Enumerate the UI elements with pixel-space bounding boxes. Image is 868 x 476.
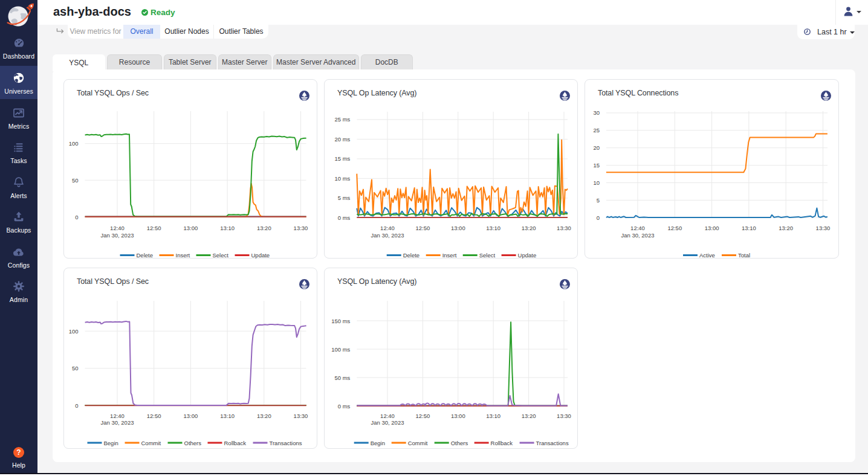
svg-text:13:30: 13:30 (816, 225, 831, 231)
svg-text:0: 0 (75, 214, 78, 220)
svg-text:Active: Active (699, 252, 715, 259)
svg-text:150 ms: 150 ms (331, 318, 350, 324)
svg-text:Commit: Commit (141, 440, 161, 446)
svg-text:Select: Select (479, 252, 496, 259)
svg-text:Insert: Insert (176, 252, 190, 259)
svg-text:50: 50 (72, 177, 79, 184)
svg-text:13:30: 13:30 (294, 225, 308, 231)
svg-text:13:10: 13:10 (220, 413, 235, 419)
svg-text:0: 0 (75, 402, 78, 409)
svg-text:13:10: 13:10 (220, 225, 235, 231)
svg-text:12:40: 12:40 (380, 413, 395, 419)
svg-text:13:30: 13:30 (294, 413, 308, 419)
svg-text:13:20: 13:20 (257, 225, 271, 231)
svg-text:Jan 30, 2023: Jan 30, 2023 (101, 232, 134, 239)
svg-text:12:40: 12:40 (110, 225, 125, 231)
svg-text:Total: Total (738, 252, 750, 259)
svg-text:15 ms: 15 ms (334, 155, 350, 162)
svg-text:Rollback: Rollback (224, 440, 247, 446)
svg-text:20: 20 (593, 144, 600, 151)
svg-text:13:10: 13:10 (486, 413, 500, 419)
svg-text:Jan 30, 2023: Jan 30, 2023 (101, 419, 134, 426)
svg-text:100: 100 (69, 328, 79, 335)
svg-text:Jan 30, 2023: Jan 30, 2023 (621, 232, 655, 239)
svg-text:12:40: 12:40 (380, 225, 395, 231)
svg-text:50 ms: 50 ms (334, 375, 350, 381)
svg-text:13:20: 13:20 (779, 225, 793, 231)
svg-text:12:50: 12:50 (147, 413, 161, 419)
svg-text:0: 0 (597, 214, 600, 221)
svg-text:25 ms: 25 ms (334, 116, 350, 123)
svg-text:12:50: 12:50 (147, 225, 161, 231)
svg-text:12:50: 12:50 (667, 225, 682, 231)
svg-text:100 ms: 100 ms (331, 346, 350, 353)
svg-text:5: 5 (597, 197, 600, 204)
svg-text:30: 30 (593, 109, 600, 116)
svg-text:13:00: 13:00 (451, 413, 465, 419)
svg-text:13:10: 13:10 (742, 225, 756, 231)
svg-text:0 ms: 0 ms (338, 214, 351, 221)
svg-text:12:50: 12:50 (416, 225, 430, 231)
svg-text:10 ms: 10 ms (334, 175, 350, 182)
svg-text:Delete: Delete (137, 252, 153, 259)
svg-text:50: 50 (72, 365, 79, 371)
svg-text:13:20: 13:20 (522, 225, 536, 231)
svg-text:10: 10 (593, 179, 600, 186)
svg-text:Begin: Begin (371, 440, 385, 446)
svg-text:13:10: 13:10 (486, 225, 500, 231)
svg-text:13:00: 13:00 (705, 225, 719, 231)
svg-text:Transactions: Transactions (536, 440, 569, 446)
svg-text:Others: Others (184, 440, 202, 446)
svg-text:20 ms: 20 ms (334, 136, 350, 143)
svg-text:Commit: Commit (408, 440, 428, 446)
svg-text:13:20: 13:20 (522, 413, 536, 419)
svg-text:Begin: Begin (104, 440, 118, 446)
svg-text:12:40: 12:40 (110, 413, 125, 419)
svg-text:12:50: 12:50 (416, 413, 430, 419)
svg-text:0 ms: 0 ms (338, 403, 351, 410)
svg-text:13:00: 13:00 (451, 225, 465, 231)
svg-text:100: 100 (69, 140, 79, 147)
svg-text:13:00: 13:00 (184, 413, 198, 419)
svg-text:13:20: 13:20 (257, 413, 271, 419)
svg-text:13:30: 13:30 (557, 225, 571, 231)
svg-text:Select: Select (213, 252, 229, 259)
svg-text:15: 15 (593, 162, 600, 169)
svg-text:12:40: 12:40 (630, 225, 645, 231)
svg-text:Insert: Insert (442, 252, 457, 259)
svg-text:Update: Update (518, 252, 537, 259)
svg-text:Rollback: Rollback (491, 440, 513, 446)
svg-text:13:00: 13:00 (184, 225, 198, 231)
svg-text:25: 25 (593, 127, 600, 133)
svg-text:?: ? (16, 448, 21, 457)
svg-text:13:30: 13:30 (557, 413, 571, 419)
svg-text:Jan 30, 2023: Jan 30, 2023 (371, 232, 404, 239)
svg-text:Delete: Delete (403, 252, 419, 259)
svg-text:Jan 30, 2023: Jan 30, 2023 (371, 419, 404, 426)
svg-text:Update: Update (251, 252, 270, 259)
svg-text:Others: Others (451, 440, 468, 446)
svg-text:Transactions: Transactions (270, 440, 302, 446)
svg-text:5 ms: 5 ms (338, 195, 351, 201)
